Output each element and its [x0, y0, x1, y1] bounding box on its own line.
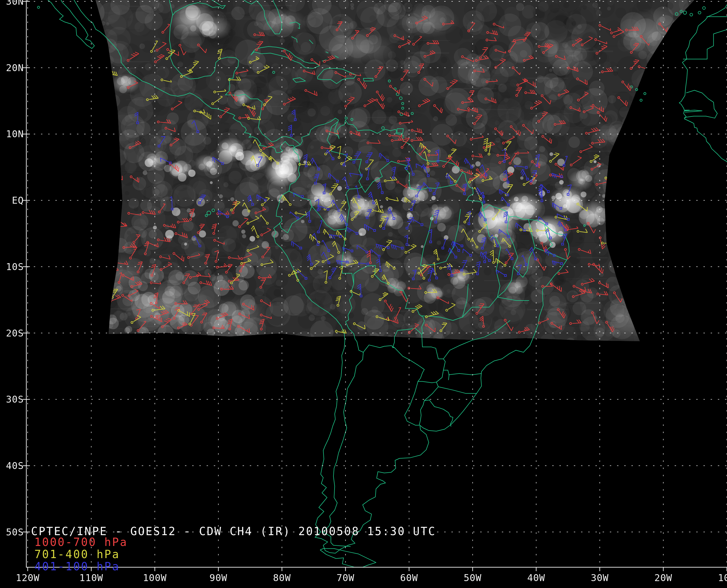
lon-label-110w: 110W: [72, 572, 111, 583]
lat-label-50s: 50S: [0, 527, 24, 538]
lat-label-eq: EQ: [0, 195, 24, 206]
legend-item-mid: 701-400 hPa: [34, 548, 120, 561]
goes12-cdw-weather-map: 30N20N10NEQ10S20S30S40S50S 120W110W100W9…: [0, 0, 727, 588]
lat-label-30n: 30N: [0, 0, 24, 7]
lat-label-10s: 10S: [0, 261, 24, 272]
lat-label-30s: 30S: [0, 394, 24, 405]
lon-label-100w: 100W: [136, 572, 174, 583]
lon-label-40w: 40W: [517, 572, 556, 583]
lon-label-90w: 90W: [199, 572, 238, 583]
lon-label-120w: 120W: [8, 572, 47, 583]
legend-item-high: 401-100 hPa: [34, 560, 120, 573]
lon-label-10w: 10W: [708, 572, 727, 583]
lat-label-10n: 10N: [0, 128, 24, 140]
lon-label-50w: 50W: [453, 572, 492, 583]
lon-label-20w: 20W: [644, 572, 683, 583]
legend-item-low: 1000-700 hPa: [34, 536, 128, 548]
lat-label-40s: 40S: [0, 460, 24, 471]
lat-label-20n: 20N: [0, 62, 24, 73]
lat-label-20s: 20S: [0, 328, 24, 339]
lon-label-30w: 30W: [581, 572, 619, 583]
lon-label-60w: 60W: [390, 572, 428, 583]
satellite-wind-map-canvas: [0, 0, 727, 588]
lon-label-70w: 70W: [326, 572, 365, 583]
lon-label-80w: 80W: [263, 572, 301, 583]
